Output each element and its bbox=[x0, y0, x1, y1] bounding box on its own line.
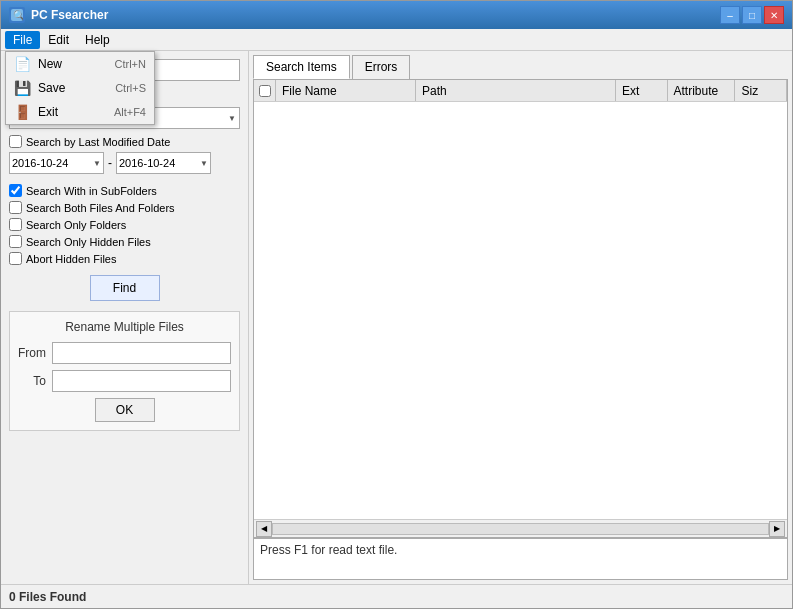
main-content: Look In All Drives C:\ D:\ Search by Las… bbox=[1, 51, 792, 584]
checkbox-both: Search Both Files And Folders bbox=[9, 201, 240, 214]
scrollbar-track[interactable] bbox=[272, 523, 769, 535]
options-checkboxes: Search With in SubFolders Search Both Fi… bbox=[9, 184, 240, 265]
horizontal-scrollbar[interactable]: ◀ ▶ bbox=[254, 519, 787, 537]
rename-from-label: From bbox=[18, 346, 46, 360]
files-found-text: 0 Files Found bbox=[9, 590, 86, 604]
checkbox-abort-hidden-label: Abort Hidden Files bbox=[26, 253, 117, 265]
scroll-right-button[interactable]: ▶ bbox=[769, 521, 785, 537]
date-range-row: 2016-10-24 - 2016-10-24 bbox=[9, 152, 240, 174]
rename-section: Rename Multiple Files From To OK bbox=[9, 311, 240, 431]
checkbox-hidden-files: Search Only Hidden Files bbox=[9, 235, 240, 248]
save-icon: 💾 bbox=[14, 80, 30, 96]
date-checkbox-row: Search by Last Modified Date bbox=[9, 135, 240, 148]
new-label: New bbox=[38, 57, 107, 71]
app-icon: 🔍 bbox=[9, 7, 25, 23]
save-shortcut: Ctrl+S bbox=[115, 82, 146, 94]
new-shortcut: Ctrl+N bbox=[115, 58, 146, 70]
checkbox-subfolders: Search With in SubFolders bbox=[9, 184, 240, 197]
results-area: File Name Path Ext Attribute Siz ◀ ▶ bbox=[253, 79, 788, 538]
exit-icon: 🚪 bbox=[14, 104, 30, 120]
svg-text:🔍: 🔍 bbox=[13, 9, 23, 21]
window-controls: – □ ✕ bbox=[720, 6, 784, 24]
menu-item-save[interactable]: 💾 Save Ctrl+S bbox=[6, 76, 154, 100]
checkbox-folders-only-input[interactable] bbox=[9, 218, 22, 231]
date-separator: - bbox=[108, 156, 112, 170]
menu-item-exit[interactable]: 🚪 Exit Alt+F4 bbox=[6, 100, 154, 124]
minimize-button[interactable]: – bbox=[720, 6, 740, 24]
header-ext: Ext bbox=[616, 80, 668, 101]
new-icon: 📄 bbox=[14, 56, 30, 72]
header-checkbox bbox=[254, 80, 276, 101]
menu-file[interactable]: File bbox=[5, 31, 40, 49]
close-button[interactable]: ✕ bbox=[764, 6, 784, 24]
date-from-wrapper: 2016-10-24 bbox=[9, 152, 104, 174]
file-dropdown-menu: 📄 New Ctrl+N 💾 Save Ctrl+S 🚪 Exit Alt+F4 bbox=[5, 51, 155, 125]
date-checkbox[interactable] bbox=[9, 135, 22, 148]
date-label: Search by Last Modified Date bbox=[26, 136, 170, 148]
menu-item-new[interactable]: 📄 New Ctrl+N bbox=[6, 52, 154, 76]
tab-errors[interactable]: Errors bbox=[352, 55, 411, 79]
date-section: Search by Last Modified Date 2016-10-24 … bbox=[9, 135, 240, 174]
rename-to-label: To bbox=[18, 374, 46, 388]
header-attribute: Attribute bbox=[668, 80, 736, 101]
main-window: 🔍 PC Fsearcher – □ ✕ File Edit Help 📄 Ne… bbox=[0, 0, 793, 609]
checkbox-both-label: Search Both Files And Folders bbox=[26, 202, 175, 214]
exit-shortcut: Alt+F4 bbox=[114, 106, 146, 118]
header-filename: File Name bbox=[276, 80, 416, 101]
menu-help[interactable]: Help bbox=[77, 31, 118, 49]
ok-button[interactable]: OK bbox=[95, 398, 155, 422]
header-size: Siz bbox=[735, 80, 787, 101]
menu-bar: File Edit Help 📄 New Ctrl+N 💾 Save Ctrl+… bbox=[1, 29, 792, 51]
header-checkbox-input[interactable] bbox=[259, 85, 271, 97]
rename-from-row: From bbox=[18, 342, 231, 364]
date-to-wrapper: 2016-10-24 bbox=[116, 152, 211, 174]
rename-to-input[interactable] bbox=[52, 370, 231, 392]
menu-edit[interactable]: Edit bbox=[40, 31, 77, 49]
header-path: Path bbox=[416, 80, 616, 101]
rename-to-row: To bbox=[18, 370, 231, 392]
tab-bar: Search Items Errors bbox=[249, 51, 792, 79]
checkbox-subfolders-input[interactable] bbox=[9, 184, 22, 197]
checkbox-subfolders-label: Search With in SubFolders bbox=[26, 185, 157, 197]
right-panel: Search Items Errors File Name Path Ext A… bbox=[249, 51, 792, 584]
window-title: PC Fsearcher bbox=[31, 8, 108, 22]
left-panel: Look In All Drives C:\ D:\ Search by Las… bbox=[1, 51, 249, 584]
date-from-select[interactable]: 2016-10-24 bbox=[9, 152, 104, 174]
checkbox-folders-only-label: Search Only Folders bbox=[26, 219, 126, 231]
title-bar: 🔍 PC Fsearcher – □ ✕ bbox=[1, 1, 792, 29]
bottom-status-bar: 0 Files Found bbox=[1, 584, 792, 608]
exit-label: Exit bbox=[38, 105, 106, 119]
save-label: Save bbox=[38, 81, 107, 95]
checkbox-hidden-files-input[interactable] bbox=[9, 235, 22, 248]
checkbox-abort-hidden-input[interactable] bbox=[9, 252, 22, 265]
status-message: Press F1 for read text file. bbox=[253, 538, 788, 580]
maximize-button[interactable]: □ bbox=[742, 6, 762, 24]
checkbox-abort-hidden: Abort Hidden Files bbox=[9, 252, 240, 265]
checkbox-hidden-files-label: Search Only Hidden Files bbox=[26, 236, 151, 248]
results-header: File Name Path Ext Attribute Siz bbox=[254, 80, 787, 102]
checkbox-folders-only: Search Only Folders bbox=[9, 218, 240, 231]
checkbox-both-input[interactable] bbox=[9, 201, 22, 214]
results-body bbox=[254, 102, 787, 519]
date-to-select[interactable]: 2016-10-24 bbox=[116, 152, 211, 174]
tab-search-items[interactable]: Search Items bbox=[253, 55, 350, 79]
find-button[interactable]: Find bbox=[90, 275, 160, 301]
rename-from-input[interactable] bbox=[52, 342, 231, 364]
scroll-left-button[interactable]: ◀ bbox=[256, 521, 272, 537]
rename-title: Rename Multiple Files bbox=[18, 320, 231, 334]
